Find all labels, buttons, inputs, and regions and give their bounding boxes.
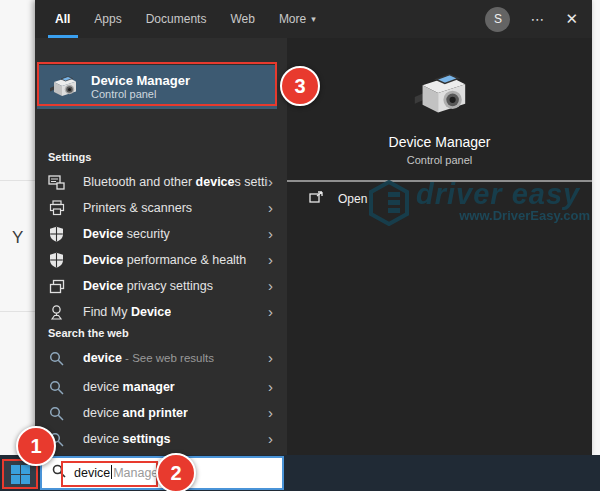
search-input-typed: device <box>74 466 110 480</box>
chevron-right-icon: › <box>268 304 273 321</box>
device-manager-icon-large <box>409 64 471 130</box>
results-list-column: Best match Device Manager Control panel … <box>35 38 287 455</box>
open-icon <box>309 190 324 208</box>
result-label: Device performance & health <box>83 253 246 267</box>
settings-result-item[interactable]: Device privacy settings› <box>35 273 287 299</box>
tab-more[interactable]: More▾ <box>279 0 316 38</box>
start-search-panel: AllAppsDocumentsWebMore▾ S ⋯ ✕ Best matc… <box>35 0 592 455</box>
result-label: Device security <box>83 227 170 241</box>
search-icon <box>48 379 65 396</box>
tab-all[interactable]: All <box>55 0 70 38</box>
chevron-right-icon: › <box>268 405 273 422</box>
result-label: Printers & scanners <box>83 201 192 215</box>
chevron-right-icon: › <box>268 252 273 269</box>
tab-apps[interactable]: Apps <box>94 0 121 38</box>
tab-web[interactable]: Web <box>230 0 254 38</box>
background-text: Y <box>12 228 23 248</box>
background-divider <box>0 311 35 312</box>
taskbar: deviceManager <box>0 455 600 491</box>
result-label: device - See web results <box>83 351 214 365</box>
web-suggestion-item[interactable]: device manager› <box>35 374 287 400</box>
shield-icon <box>48 252 65 269</box>
screen: Y AllAppsDocumentsWebMore▾ S ⋯ ✕ Best ma… <box>0 0 600 491</box>
preview-subtitle: Control panel <box>287 154 592 166</box>
windows-logo-icon <box>11 465 30 484</box>
open-label: Open <box>338 192 367 206</box>
device-manager-icon <box>47 71 79 103</box>
result-label: device manager <box>83 380 175 394</box>
result-label: device and printer <box>83 406 188 420</box>
result-label: Find My Device <box>83 305 171 319</box>
preview-pane: Device Manager Control panel Open <box>287 38 592 455</box>
close-icon[interactable]: ✕ <box>565 10 578 28</box>
tab-documents[interactable]: Documents <box>146 0 207 38</box>
background-divider <box>0 180 35 181</box>
settings-header: Settings <box>35 151 287 163</box>
search-icon <box>52 464 66 482</box>
settings-result-item[interactable]: Bluetooth and other devices settings› <box>35 169 287 195</box>
best-match-title: Device Manager <box>91 73 190 88</box>
search-icon <box>48 350 65 367</box>
best-match-subtitle: Control panel <box>91 88 190 101</box>
dropdown-arrow-icon: ▾ <box>311 14 316 24</box>
titlebar-actions: S ⋯ ✕ <box>485 7 578 32</box>
annotation-circle-3: 3 <box>280 66 320 106</box>
chevron-right-icon: › <box>268 200 273 217</box>
search-icon <box>48 405 65 422</box>
web-first-result: device - See web results› <box>35 345 287 371</box>
result-label: Device privacy settings <box>83 279 213 293</box>
chevron-right-icon: › <box>268 431 273 448</box>
settings-result-item[interactable]: Printers & scanners› <box>35 195 287 221</box>
search-filter-tabs: AllAppsDocumentsWebMore▾ <box>55 0 316 38</box>
preview-title: Device Manager <box>287 134 592 150</box>
result-label: Bluetooth and other devices settings <box>83 175 268 189</box>
best-match-item-device-manager[interactable]: Device Manager Control panel <box>37 65 277 109</box>
bluetooth-devices-icon <box>48 174 65 191</box>
annotation-circle-1: 1 <box>16 426 56 466</box>
preview-divider <box>287 180 592 182</box>
result-label: device settings <box>83 432 171 446</box>
settings-list: Bluetooth and other devices settings›Pri… <box>35 169 287 325</box>
search-filter-bar: AllAppsDocumentsWebMore▾ S ⋯ ✕ <box>35 0 592 38</box>
privacy-icon <box>48 278 65 295</box>
account-avatar[interactable]: S <box>485 7 510 32</box>
settings-result-item[interactable]: Device performance & health› <box>35 247 287 273</box>
open-action[interactable]: Open <box>309 190 367 208</box>
shield-icon <box>48 226 65 243</box>
location-icon <box>48 304 65 321</box>
text-caret <box>111 465 112 479</box>
chevron-right-icon: › <box>268 379 273 396</box>
settings-result-item[interactable]: Find My Device› <box>35 299 287 325</box>
chevron-right-icon: › <box>268 278 273 295</box>
search-the-web-header: Search the web <box>35 327 287 339</box>
chevron-right-icon: › <box>268 174 273 191</box>
printer-icon <box>48 200 65 217</box>
chevron-right-icon: › <box>268 226 273 243</box>
chevron-right-icon: › <box>268 350 273 367</box>
settings-result-item[interactable]: Device security› <box>35 221 287 247</box>
web-suggestion-item[interactable]: device and printer› <box>35 400 287 426</box>
web-suggestion-item[interactable]: device settings› <box>35 426 287 452</box>
annotation-circle-2: 2 <box>156 453 196 491</box>
more-options-icon[interactable]: ⋯ <box>530 11 545 27</box>
web-search-result-item[interactable]: device - See web results› <box>35 345 287 371</box>
